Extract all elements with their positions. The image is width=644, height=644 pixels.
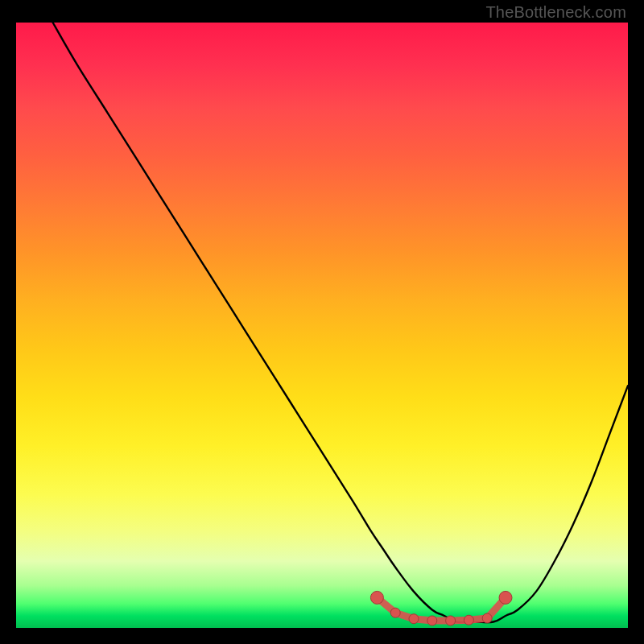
plot-area bbox=[16, 23, 628, 628]
chart-svg bbox=[16, 23, 628, 628]
optimal-range-marker bbox=[446, 616, 456, 625]
optimal-range-marker bbox=[370, 591, 383, 604]
optimal-range-marker bbox=[409, 614, 419, 624]
optimal-range-marker bbox=[427, 616, 437, 625]
optimal-range-markers bbox=[370, 591, 512, 625]
watermark-text: TheBottleneck.com bbox=[485, 3, 626, 22]
optimal-range-marker bbox=[464, 615, 473, 625]
optimal-range-marker bbox=[482, 613, 492, 623]
bottleneck-curve bbox=[53, 23, 628, 622]
optimal-range-marker bbox=[390, 608, 400, 617]
optimal-range-marker bbox=[499, 591, 512, 604]
chart-container: TheBottleneck.com bbox=[0, 0, 644, 644]
